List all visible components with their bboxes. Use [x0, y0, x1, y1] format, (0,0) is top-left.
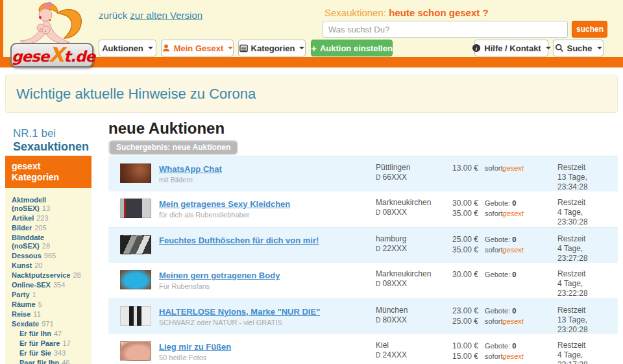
- auction-row: WhatsApp Chat mit Bildern Püttlingen D 6…: [108, 156, 618, 191]
- categories-box-title-line1: gesext: [12, 161, 92, 172]
- auction-remaining-time: Restzeit 4 Tage, 23:30:28: [557, 198, 588, 227]
- auction-title-link[interactable]: Feuchtes Dufthöschen für dich von mir!: [159, 236, 319, 245]
- nav-kategorien-dropdown[interactable]: Kategorien: [238, 40, 306, 56]
- auction-prices: 30.00 €Gebote: 035.00 €sofortgesext: [429, 198, 552, 219]
- auction-title-block: Mein getragenes Sexy Kleidchen für dich …: [159, 198, 367, 219]
- nav-suche-label: Suche: [567, 43, 592, 53]
- sofortgesext-label: sofortgesext: [485, 316, 524, 326]
- auction-thumbnail[interactable]: [120, 270, 151, 289]
- category-link[interactable]: Er für Paare: [19, 339, 60, 347]
- category-link[interactable]: Dessous: [12, 252, 42, 260]
- search-input[interactable]: [323, 21, 568, 38]
- tagline-slogan: heute schon gesext ?: [389, 7, 488, 18]
- chevron-down-icon: [597, 47, 602, 49]
- auction-location: Püttlingen D 66XXX: [376, 163, 410, 182]
- bid-count-label: Gebote: 0: [485, 306, 516, 316]
- restzeit-clock: 23:34:28: [557, 182, 588, 192]
- sofortgesext-label: sofortgesext: [485, 245, 524, 255]
- auction-price: 15.00 €: [429, 351, 478, 361]
- category-count: 971: [42, 320, 53, 328]
- auction-thumbnail[interactable]: [120, 164, 151, 183]
- page: geseXt.de zurück zur alten Version Sexau…: [0, 0, 623, 364]
- auction-location: Markneukirchen D 08XXX: [376, 198, 431, 217]
- category-link[interactable]: Online-SEX: [12, 281, 51, 289]
- category-link[interactable]: Reise: [12, 310, 31, 318]
- category-count: 13: [42, 204, 50, 212]
- restzeit-label: Restzeit: [557, 341, 588, 350]
- corona-notice-text: Wichtige aktuelle Hinweise zu Corona: [6, 75, 617, 103]
- old-version-link[interactable]: zur alten Version: [130, 10, 202, 21]
- nav-mein-gesext-dropdown[interactable]: Mein Gesext: [161, 40, 234, 56]
- restzeit-clock: 23:30:28: [557, 217, 588, 227]
- restzeit-days: 4 Tage,: [557, 350, 588, 360]
- category-link[interactable]: Blinddate (noSEX): [12, 234, 44, 250]
- search-submit-button[interactable]: suchen: [572, 21, 607, 38]
- auction-title-block: WhatsApp Chat mit Bildern: [159, 163, 367, 184]
- restzeit-days: 4 Tage,: [557, 279, 588, 289]
- category-list-item: Party1: [12, 291, 84, 299]
- category-link[interactable]: Er für Ihn: [19, 330, 51, 337]
- category-link[interactable]: Aktmodell (noSEX): [12, 196, 46, 212]
- auction-row: Feuchtes Dufthöschen für dich von mir! h…: [108, 227, 618, 263]
- auction-prices: 23.00 €Gebote: 025.00 €sofortgesext: [429, 306, 552, 326]
- chevron-down-icon: [299, 47, 304, 49]
- category-count: 343: [54, 349, 66, 357]
- auction-city: Markneukirchen: [376, 198, 431, 208]
- category-link[interactable]: Paar für Ihn: [19, 359, 59, 364]
- nav-kategorien-label: Kategorien: [251, 43, 295, 53]
- category-link[interactable]: Kunst: [12, 261, 32, 269]
- claim-line2: Sexauktionen: [13, 140, 89, 153]
- logo-sign: geseXt.de: [10, 43, 93, 67]
- restzeit-clock: 23:20:28: [557, 325, 588, 335]
- auction-zip: 08XXX: [380, 279, 407, 288]
- category-link[interactable]: Sexdate: [12, 320, 39, 328]
- create-auction-button[interactable]: + Auktion einstellen: [311, 40, 393, 56]
- auction-thumbnail[interactable]: [120, 235, 151, 254]
- auction-city: hamburg: [376, 234, 407, 244]
- auction-title-link[interactable]: Mein getragenes Sexy Kleidchen: [159, 199, 290, 209]
- restzeit-days: 4 Tage,: [557, 208, 588, 217]
- auction-prices: 13.00 €sofortgesext: [429, 163, 552, 173]
- auction-title-block: HALTERLOSE Nylons, Marke "NUR DIE" SCHWA…: [159, 306, 367, 326]
- category-link[interactable]: Nacktputzservice: [12, 271, 71, 279]
- auction-subtitle: für dich als Rubensliebhaber: [159, 211, 367, 219]
- category-link[interactable]: Er für Sie: [19, 349, 51, 357]
- logo-text-1: gese: [12, 48, 49, 65]
- corona-notice-banner[interactable]: Wichtige aktuelle Hinweise zu Corona: [5, 75, 618, 113]
- category-link[interactable]: Artikel: [12, 214, 34, 222]
- auction-title-link[interactable]: HALTERLOSE Nylons, Marke "NUR DIE": [159, 307, 320, 317]
- category-count: 223: [36, 214, 48, 222]
- claim-line1: NR.1 bei: [13, 127, 89, 140]
- auction-thumbnail[interactable]: [120, 341, 151, 361]
- restzeit-clock: 23:22:28: [557, 289, 588, 298]
- category-count: 1: [32, 291, 36, 298]
- category-link[interactable]: Party: [12, 291, 30, 298]
- auction-zip: 80XXX: [380, 315, 407, 324]
- nav-hilfe-kontakt-dropdown[interactable]: i Hilfe / Kontakt: [474, 40, 548, 56]
- category-link[interactable]: Bilder: [12, 224, 32, 232]
- category-count: 17: [62, 339, 70, 347]
- nav-suche-dropdown[interactable]: Suche: [553, 40, 604, 56]
- nav-auktionen-dropdown[interactable]: Auktionen: [99, 40, 156, 56]
- category-list-item: Räume5: [12, 300, 84, 309]
- category-count: 28: [73, 271, 81, 279]
- site-logo[interactable]: geseXt.de: [10, 1, 96, 67]
- category-count: 11: [33, 310, 40, 318]
- auction-city: Kiel: [376, 341, 407, 350]
- category-count: 20: [34, 261, 42, 269]
- site-tagline: Sexauktionen: heute schon gesext ?: [324, 7, 489, 18]
- chevron-down-icon: [546, 47, 551, 49]
- auction-title-link[interactable]: Meinen gern getragenen Body: [159, 271, 280, 280]
- auction-thumbnail[interactable]: [120, 306, 151, 326]
- category-list: Aktmodell (noSEX)13 Artikel223 Bilder205…: [12, 196, 84, 364]
- category-list-item: Reise11: [12, 310, 84, 319]
- auction-zip: 66XXX: [380, 173, 407, 182]
- category-list-item: Paar für Ihn46: [12, 359, 84, 364]
- auction-title-link[interactable]: WhatsApp Chat: [159, 164, 222, 174]
- auction-price: 30.00 €: [429, 198, 478, 208]
- search-result-badge: Suchergebnis: neue Auktionen: [110, 141, 237, 154]
- auction-title-link[interactable]: Lieg mir zu Füßen: [159, 342, 231, 352]
- auction-thumbnail[interactable]: [120, 199, 151, 218]
- auction-remaining-time: Restzeit 4 Tage, 23:17:28: [557, 341, 588, 364]
- category-link[interactable]: Räume: [12, 300, 36, 308]
